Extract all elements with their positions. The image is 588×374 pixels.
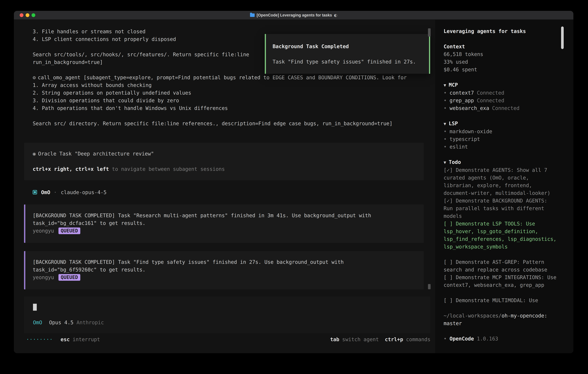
- mcp-status: Connected: [492, 105, 520, 111]
- chat-main-pane: 3. File handles or streams not closed 4.…: [14, 20, 435, 353]
- context-spent: $0.46 spent: [444, 66, 558, 73]
- message-text: [BACKGROUND TASK COMPLETED] Task "Resear…: [33, 212, 406, 227]
- bullet-icon: •: [444, 98, 447, 104]
- titlebar[interactable]: [OpenCode] Leveraging agents for tasks◐: [14, 11, 573, 20]
- tool-call-text: call_omo_agent [subagent_type=explore, p…: [38, 75, 407, 80]
- folder-icon: [250, 13, 255, 17]
- app-name: OpenCode: [450, 336, 474, 342]
- ctrlp-key-label: commands: [406, 337, 430, 342]
- omo-agent-icon: [33, 190, 37, 194]
- app-version: 1.0.163: [477, 336, 498, 342]
- message-author: yeongyu: [33, 274, 54, 280]
- todo-item: [✓] Demonstrate AGENTS: Show all 7 curat…: [444, 166, 558, 197]
- tool-call-line: 1. Array access without bounds checking: [24, 82, 429, 89]
- workspace-path: ~/local-workspaces/oh-my-opencode: maste…: [444, 312, 558, 327]
- oracle-hint-keys: ctrl+x right, ctrl+x left: [33, 166, 109, 172]
- window-title-group: [OpenCode] Leveraging agents for tasks◐: [250, 11, 337, 20]
- chevron-down-icon: ▼: [444, 83, 446, 88]
- workspace-path-prefix: ~/local-workspaces/: [444, 313, 502, 319]
- input-line: [33, 303, 421, 311]
- mcp-section-header[interactable]: ▼MCP: [444, 81, 558, 89]
- todo-heading: Todo: [449, 159, 461, 165]
- terminal-window: [OpenCode] Leveraging agents for tasks◐ …: [14, 11, 573, 353]
- bullet-icon: •: [444, 105, 447, 111]
- lsp-item: •typescript: [444, 135, 558, 143]
- spinner-dots: ········: [26, 337, 53, 342]
- zoom-button[interactable]: [32, 13, 35, 17]
- close-button[interactable]: [20, 13, 23, 17]
- text-cursor: [33, 304, 37, 311]
- window-title: [OpenCode] Leveraging agents for tasks: [257, 11, 332, 20]
- lsp-item: •markdown-oxide: [444, 128, 558, 135]
- sidebar-scrollbar-thumb[interactable]: [561, 26, 564, 49]
- sidebar: Leveraging agents for tasks Context 66,5…: [435, 20, 573, 353]
- gear-icon: ⚙: [33, 75, 36, 80]
- status-badge: QUEUED: [58, 228, 80, 234]
- agent-header: OmO·claude-opus-4-5: [24, 189, 435, 196]
- lsp-section-header[interactable]: ▼LSP: [444, 120, 558, 128]
- context-heading: Context: [444, 43, 558, 51]
- tab-key-label: switch agent: [342, 337, 379, 342]
- toast-notification[interactable]: Background Task Completed Task "Find typ…: [265, 34, 430, 74]
- bullet-icon: •: [444, 90, 447, 96]
- mcp-item: •websearch_exaConnected: [444, 104, 558, 112]
- message-meta: yeongyuQUEUED: [33, 227, 406, 235]
- esc-key-label: interrupt: [73, 337, 100, 342]
- ctrlp-key-hint: ctrl+p: [385, 337, 403, 342]
- tool-call-line: 3. Division operations that could divide…: [24, 97, 429, 104]
- message-author: yeongyu: [33, 228, 54, 234]
- message-block: [BACKGROUND TASK COMPLETED] Task "Resear…: [24, 205, 424, 243]
- statusbar-right: tabswitch agentctrl+pcommands: [330, 336, 430, 343]
- log-line: Search src/ directory. Return specific f…: [24, 120, 429, 127]
- model-status-line: OmOOpus 4.5Anthropic: [33, 319, 421, 326]
- prompt-input[interactable]: OmOOpus 4.5Anthropic: [24, 296, 430, 333]
- todo-item: [ ] Demonstrate AST-GREP: Pattern search…: [444, 258, 558, 274]
- mcp-heading: MCP: [449, 82, 458, 88]
- todo-item-active: [ ] Demonstrate LSP TOOLS: Use lsp_hover…: [444, 220, 558, 251]
- status-badge: QUEUED: [58, 274, 80, 281]
- tab-key-hint: tab: [330, 337, 339, 342]
- todo-item: [ ] Demonstrate MULTIMODAL: Use: [444, 297, 558, 304]
- todo-section-header[interactable]: ▼Todo: [444, 158, 558, 166]
- lsp-heading: LSP: [449, 121, 458, 126]
- oracle-hint-text: to navigate between subagent sessions: [109, 166, 225, 172]
- mcp-name: websearch_exa: [450, 105, 489, 111]
- chevron-down-icon: ▼: [444, 160, 446, 165]
- message-meta: yeongyuQUEUED: [33, 274, 406, 281]
- workspace-repo: oh-my-opencode:: [502, 313, 547, 319]
- agent-model: claude-opus-4-5: [61, 189, 106, 195]
- oracle-task-title: Oracle Task "Deep architecture review": [38, 151, 154, 157]
- status-bar: ········escinterrupt tabswitch agentctrl…: [26, 336, 430, 343]
- todo-item: [ ] Demonstrate MCP INTEGRATIONS: Use co…: [444, 274, 558, 289]
- bullet-icon: •: [444, 144, 447, 150]
- main-scrollbar-thumb-bottom[interactable]: [428, 284, 430, 289]
- message-block: [BACKGROUND TASK COMPLETED] Task "Find t…: [24, 251, 424, 289]
- oracle-hint-line: ctrl+x right, ctrl+x left to navigate be…: [33, 165, 415, 173]
- tool-call-line: 2. String operations on potentially unde…: [24, 89, 429, 97]
- half-moon-icon: ◐: [334, 11, 337, 20]
- todo-item: [✓] Demonstrate BACKGROUND AGENTS: Run p…: [444, 197, 558, 220]
- main-scrollbar-thumb-top[interactable]: [428, 28, 430, 37]
- agent-name: OmO: [41, 189, 50, 195]
- version-line: •OpenCode1.0.163: [444, 335, 558, 343]
- input-model-name: Opus 4.5: [49, 320, 74, 325]
- mcp-name: grep_app: [450, 98, 474, 104]
- oracle-task-panel: ◉Oracle Task "Deep architecture review" …: [24, 143, 424, 180]
- mcp-name: context7: [450, 90, 474, 96]
- input-agent-name: OmO: [33, 320, 42, 325]
- fisheye-icon: ◉: [33, 151, 36, 157]
- session-title: Leveraging agents for tasks: [444, 28, 558, 35]
- tool-call-line: ⚙call_omo_agent [subagent_type=explore, …: [24, 74, 429, 82]
- context-tokens: 66,518 tokens: [444, 51, 558, 58]
- bullet-icon: •: [444, 336, 447, 342]
- minimize-button[interactable]: [26, 13, 29, 17]
- mcp-status: Connected: [477, 98, 504, 104]
- agent-separator: ·: [54, 189, 57, 195]
- mcp-item: •grep_appConnected: [444, 97, 558, 104]
- tool-call-line: 4. Path operations that don't handle Win…: [24, 104, 429, 112]
- mcp-item: •context7Connected: [444, 89, 558, 97]
- bullet-icon: •: [444, 136, 447, 142]
- statusbar-left: ········escinterrupt: [26, 336, 100, 343]
- toast-title: Background Task Completed: [273, 43, 422, 50]
- workspace-branch: master: [444, 321, 462, 326]
